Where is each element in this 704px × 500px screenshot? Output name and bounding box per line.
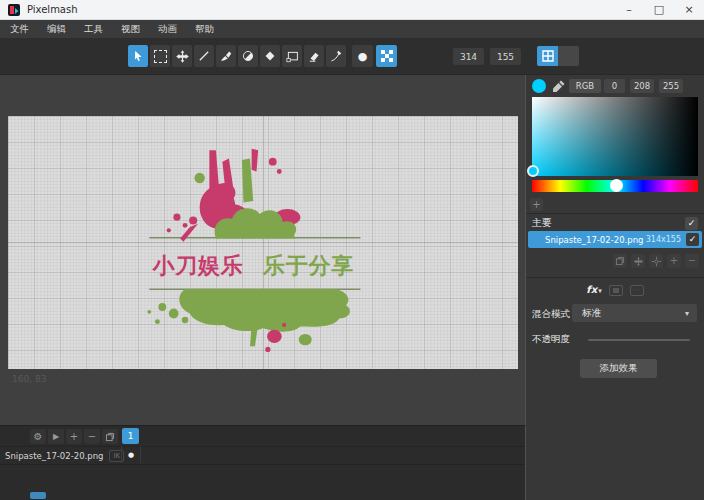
keyframe-dot-icon: ● xyxy=(128,451,134,459)
marquee-tool[interactable] xyxy=(150,45,170,67)
view-toggles xyxy=(537,46,579,66)
fill-tool[interactable] xyxy=(260,45,280,67)
canvas-height-field[interactable]: 155 xyxy=(490,48,521,65)
blend-mode-dropdown[interactable]: 标准 ▾ xyxy=(572,304,697,322)
move-tool[interactable] xyxy=(172,45,192,67)
eraser-tool[interactable] xyxy=(304,45,324,67)
timeline-panel: ⚙ ▶ + − 1 Snipaste_17-02-20.png IK xyxy=(0,425,526,500)
app-logo-icon xyxy=(8,4,20,16)
pixel-canvas[interactable]: 小刀娱乐 乐于分享 xyxy=(8,116,518,369)
add-layer-button[interactable]: + xyxy=(667,254,681,268)
panel-divider xyxy=(526,213,704,214)
chevron-down-icon: ▾ xyxy=(598,287,602,295)
menu-help[interactable]: 帮助 xyxy=(191,23,218,36)
layer-size-badge: 314x155 xyxy=(646,235,681,244)
window-title: Pixelmash xyxy=(27,4,78,15)
cursor-coordinates: 160, 83 xyxy=(12,374,46,384)
canvas-region: 小刀娱乐 乐于分享 160, 83 xyxy=(0,75,526,425)
maximize-button[interactable]: □ xyxy=(644,0,674,19)
group-visibility-checkbox[interactable]: ✓ xyxy=(685,217,698,230)
timeline-settings-button[interactable]: ⚙ xyxy=(30,429,46,444)
layer-group-label: 主要 xyxy=(532,216,552,230)
line-icon xyxy=(197,49,211,63)
grid-toggle-button[interactable] xyxy=(537,46,558,66)
layer-row-selected[interactable]: Snipaste_17-02-20.png 314x155 ✓ xyxy=(528,231,702,248)
select-tool[interactable] xyxy=(128,45,148,67)
hue-slider-handle[interactable] xyxy=(610,179,623,192)
menubar: 文件 编辑 工具 视图 动画 帮助 xyxy=(0,20,704,38)
tab-more[interactable]: ··· xyxy=(630,285,644,296)
layer-name: Snipaste_17-02-20.png xyxy=(545,235,643,245)
shade-tool[interactable] xyxy=(238,45,258,67)
splatter-artwork: 小刀娱乐 乐于分享 xyxy=(8,116,518,369)
rectangle-tool[interactable] xyxy=(282,45,302,67)
pen-tool[interactable] xyxy=(326,45,346,67)
pixelmash-window: Pixelmash – □ × 文件 编辑 工具 视图 动画 帮助 xyxy=(0,0,704,500)
saturation-value-picker[interactable] xyxy=(532,97,698,176)
timeline-duplicate-frame-button[interactable] xyxy=(102,429,118,444)
color-r-field[interactable]: 0 xyxy=(604,79,625,93)
window-controls: – □ × xyxy=(614,0,704,19)
diamond-icon xyxy=(263,49,277,63)
eyedropper-icon[interactable] xyxy=(552,79,566,93)
minimize-button[interactable]: – xyxy=(614,0,644,19)
hue-slider[interactable] xyxy=(532,180,698,192)
menu-view[interactable]: 视图 xyxy=(117,23,144,36)
overlay-toggle-button[interactable] xyxy=(558,46,579,66)
color-b-field[interactable]: 255 xyxy=(659,79,683,93)
current-color-swatch[interactable] xyxy=(532,79,546,93)
ellipsis-icon: ··· xyxy=(632,287,641,293)
tool-group xyxy=(128,45,346,67)
timeline-add-frame-button[interactable]: + xyxy=(66,429,82,444)
timeline-layer-name: Snipaste_17-02-20.png xyxy=(5,451,103,461)
layer-anchor-button[interactable] xyxy=(649,254,663,268)
duplicate-layer-button[interactable] xyxy=(613,254,627,268)
rectangle-icon xyxy=(285,49,300,64)
blend-mode-value: 标准 xyxy=(582,307,601,320)
color-g-field[interactable]: 208 xyxy=(630,79,654,93)
menu-file[interactable]: 文件 xyxy=(6,23,33,36)
add-swatch-button[interactable]: + xyxy=(530,198,543,211)
move-icon xyxy=(633,256,644,267)
frame-1-button[interactable]: 1 xyxy=(122,428,139,444)
color-mode-button[interactable]: RGB xyxy=(569,79,601,93)
toolbar: ● 314 155 xyxy=(0,38,704,75)
layer-visibility-checkbox[interactable]: ✓ xyxy=(686,233,699,246)
timeline-play-button[interactable]: ▶ xyxy=(48,429,64,444)
close-button[interactable]: × xyxy=(674,0,704,19)
tab-transform[interactable] xyxy=(609,285,623,296)
layer-property-tabs: fx ▾ ··· xyxy=(526,283,704,297)
saturation-value-handle[interactable] xyxy=(527,165,539,177)
brush-icon xyxy=(219,49,233,63)
keyframe-cell[interactable]: ● xyxy=(121,446,141,463)
brush-tool[interactable] xyxy=(216,45,236,67)
brush-shape-button[interactable]: ● xyxy=(352,45,373,67)
grid-icon xyxy=(542,50,554,62)
add-effect-button[interactable]: 添加效果 xyxy=(580,359,657,378)
art-text-left: 小刀娱乐 xyxy=(152,253,244,278)
dither-icon xyxy=(381,50,393,62)
pen-icon xyxy=(329,49,343,63)
menu-edit[interactable]: 编辑 xyxy=(43,23,70,36)
remove-layer-button[interactable]: − xyxy=(685,254,699,268)
opacity-slider[interactable] xyxy=(588,339,690,341)
right-panel: RGB 0 208 255 + 主要 ✓ Snipaste_17-02-20.p… xyxy=(526,75,704,500)
menu-tools[interactable]: 工具 xyxy=(80,23,107,36)
tab-effects[interactable]: fx ▾ xyxy=(586,285,601,295)
canvas-width-field[interactable]: 314 xyxy=(453,48,484,65)
timeline-scrollbar[interactable] xyxy=(30,492,46,499)
move-layer-button[interactable] xyxy=(631,254,645,268)
marquee-icon xyxy=(154,50,167,63)
layer-group-row[interactable]: 主要 ✓ xyxy=(532,216,698,230)
menu-animation[interactable]: 动画 xyxy=(154,23,181,36)
fx-icon: fx xyxy=(586,285,597,295)
timeline-remove-frame-button[interactable]: − xyxy=(84,429,100,444)
transform-icon xyxy=(613,288,619,293)
line-tool[interactable] xyxy=(194,45,214,67)
move-icon xyxy=(175,49,190,64)
cursor-icon xyxy=(131,49,145,63)
duplicate-icon xyxy=(615,256,625,266)
blend-mode-label: 混合模式 xyxy=(532,308,570,321)
dither-toggle-button[interactable] xyxy=(376,45,397,67)
timeline-layer-row[interactable]: Snipaste_17-02-20.png IK ● xyxy=(0,446,525,465)
